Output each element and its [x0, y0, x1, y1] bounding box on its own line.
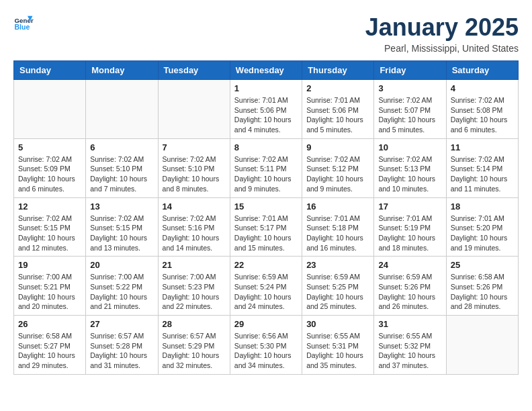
day-cell-1-2: 7Sunrise: 7:02 AMSunset: 5:10 PMDaylight… [158, 138, 230, 197]
calendar-subtitle: Pearl, Mississippi, United States [365, 43, 519, 54]
day-cell-4-2: 28Sunrise: 6:57 AMSunset: 5:29 PMDayligh… [158, 316, 230, 375]
week-row-3: 12Sunrise: 7:02 AMSunset: 5:15 PMDayligh… [14, 197, 519, 257]
day-number: 2 [306, 83, 369, 93]
day-info: Sunrise: 7:00 AMSunset: 5:22 PMDaylight:… [90, 272, 153, 312]
day-info: Sunrise: 6:57 AMSunset: 5:29 PMDaylight:… [163, 331, 226, 371]
day-cell-0-3: 1Sunrise: 7:01 AMSunset: 5:06 PMDaylight… [230, 80, 302, 139]
day-number: 15 [234, 201, 298, 212]
day-number: 23 [306, 260, 369, 270]
day-cell-4-6 [446, 316, 518, 375]
day-number: 10 [378, 142, 441, 152]
day-info: Sunrise: 7:02 AMSunset: 5:08 PMDaylight:… [451, 95, 514, 135]
day-number: 29 [234, 319, 298, 329]
day-number: 1 [234, 83, 298, 93]
day-info: Sunrise: 6:58 AMSunset: 5:26 PMDaylight:… [451, 272, 514, 312]
day-info: Sunrise: 7:02 AMSunset: 5:07 PMDaylight:… [378, 95, 441, 135]
day-cell-0-5: 3Sunrise: 7:02 AMSunset: 5:07 PMDaylight… [374, 80, 446, 139]
day-info: Sunrise: 7:02 AMSunset: 5:15 PMDaylight:… [18, 214, 81, 253]
header: General Blue January 2025 Pearl, Mississ… [13, 13, 519, 54]
day-number: 26 [18, 319, 81, 329]
day-cell-2-5: 17Sunrise: 7:01 AMSunset: 5:19 PMDayligh… [374, 197, 446, 257]
day-info: Sunrise: 6:55 AMSunset: 5:32 PMDaylight:… [378, 331, 441, 371]
day-number: 4 [451, 83, 514, 93]
day-cell-4-1: 27Sunrise: 6:57 AMSunset: 5:28 PMDayligh… [86, 316, 158, 375]
day-number: 5 [18, 142, 81, 152]
day-cell-3-6: 25Sunrise: 6:58 AMSunset: 5:26 PMDayligh… [446, 257, 518, 316]
day-number: 28 [163, 319, 226, 329]
day-cell-0-4: 2Sunrise: 7:01 AMSunset: 5:06 PMDaylight… [302, 80, 374, 139]
day-number: 16 [306, 201, 369, 212]
day-number: 6 [90, 142, 153, 152]
day-cell-1-3: 8Sunrise: 7:02 AMSunset: 5:11 PMDaylight… [230, 138, 302, 197]
day-number: 22 [234, 260, 298, 270]
day-info: Sunrise: 7:02 AMSunset: 5:15 PMDaylight:… [90, 214, 153, 253]
day-cell-3-4: 23Sunrise: 6:59 AMSunset: 5:25 PMDayligh… [302, 257, 374, 316]
calendar-title: January 2025 [365, 13, 519, 42]
day-info: Sunrise: 7:02 AMSunset: 5:12 PMDaylight:… [306, 154, 369, 194]
title-section: January 2025 Pearl, Mississippi, United … [365, 13, 519, 54]
header-sunday: Sunday [14, 61, 86, 80]
header-saturday: Saturday [446, 61, 518, 80]
day-cell-2-6: 18Sunrise: 7:01 AMSunset: 5:20 PMDayligh… [446, 197, 518, 257]
day-info: Sunrise: 7:01 AMSunset: 5:18 PMDaylight:… [306, 214, 369, 253]
day-cell-1-1: 6Sunrise: 7:02 AMSunset: 5:10 PMDaylight… [86, 138, 158, 197]
day-number: 27 [90, 319, 153, 329]
day-number: 14 [163, 201, 226, 212]
day-number: 8 [234, 142, 298, 152]
logo-icon: General Blue [13, 13, 34, 34]
day-cell-3-0: 19Sunrise: 7:00 AMSunset: 5:21 PMDayligh… [14, 257, 86, 316]
day-info: Sunrise: 6:56 AMSunset: 5:30 PMDaylight:… [234, 331, 298, 371]
weekday-header-row: Sunday Monday Tuesday Wednesday Thursday… [14, 61, 519, 80]
week-row-2: 5Sunrise: 7:02 AMSunset: 5:09 PMDaylight… [14, 138, 519, 197]
day-cell-2-3: 15Sunrise: 7:01 AMSunset: 5:17 PMDayligh… [230, 197, 302, 257]
day-cell-0-2 [158, 80, 230, 139]
logo: General Blue [13, 13, 34, 34]
day-cell-2-0: 12Sunrise: 7:02 AMSunset: 5:15 PMDayligh… [14, 197, 86, 257]
week-row-5: 26Sunrise: 6:58 AMSunset: 5:27 PMDayligh… [14, 316, 519, 375]
header-wednesday: Wednesday [230, 61, 302, 80]
day-info: Sunrise: 7:01 AMSunset: 5:06 PMDaylight:… [306, 95, 369, 135]
day-number: 12 [18, 201, 81, 212]
day-info: Sunrise: 7:02 AMSunset: 5:09 PMDaylight:… [18, 154, 81, 194]
day-cell-3-1: 20Sunrise: 7:00 AMSunset: 5:22 PMDayligh… [86, 257, 158, 316]
day-info: Sunrise: 6:59 AMSunset: 5:25 PMDaylight:… [306, 272, 369, 312]
day-cell-4-4: 30Sunrise: 6:55 AMSunset: 5:31 PMDayligh… [302, 316, 374, 375]
day-cell-4-0: 26Sunrise: 6:58 AMSunset: 5:27 PMDayligh… [14, 316, 86, 375]
day-info: Sunrise: 7:01 AMSunset: 5:20 PMDaylight:… [451, 214, 514, 253]
day-cell-2-2: 14Sunrise: 7:02 AMSunset: 5:16 PMDayligh… [158, 197, 230, 257]
day-info: Sunrise: 7:02 AMSunset: 5:11 PMDaylight:… [234, 154, 298, 194]
day-cell-1-4: 9Sunrise: 7:02 AMSunset: 5:12 PMDaylight… [302, 138, 374, 197]
day-info: Sunrise: 7:02 AMSunset: 5:13 PMDaylight:… [378, 154, 441, 194]
day-number: 18 [451, 201, 514, 212]
day-info: Sunrise: 6:55 AMSunset: 5:31 PMDaylight:… [306, 331, 369, 371]
day-number: 7 [163, 142, 226, 152]
day-info: Sunrise: 7:01 AMSunset: 5:06 PMDaylight:… [234, 95, 298, 135]
day-info: Sunrise: 7:02 AMSunset: 5:10 PMDaylight:… [90, 154, 153, 194]
day-number: 21 [163, 260, 226, 270]
day-number: 11 [451, 142, 514, 152]
header-monday: Monday [86, 61, 158, 80]
day-cell-1-6: 11Sunrise: 7:02 AMSunset: 5:14 PMDayligh… [446, 138, 518, 197]
day-cell-2-4: 16Sunrise: 7:01 AMSunset: 5:18 PMDayligh… [302, 197, 374, 257]
day-cell-0-6: 4Sunrise: 7:02 AMSunset: 5:08 PMDaylight… [446, 80, 518, 139]
day-info: Sunrise: 7:00 AMSunset: 5:23 PMDaylight:… [163, 272, 226, 312]
day-cell-3-2: 21Sunrise: 7:00 AMSunset: 5:23 PMDayligh… [158, 257, 230, 316]
calendar-table: Sunday Monday Tuesday Wednesday Thursday… [13, 60, 519, 375]
day-info: Sunrise: 7:00 AMSunset: 5:21 PMDaylight:… [18, 272, 81, 312]
day-number: 30 [306, 319, 369, 329]
day-number: 20 [90, 260, 153, 270]
day-cell-4-5: 31Sunrise: 6:55 AMSunset: 5:32 PMDayligh… [374, 316, 446, 375]
header-friday: Friday [374, 61, 446, 80]
day-info: Sunrise: 7:02 AMSunset: 5:16 PMDaylight:… [163, 214, 226, 253]
day-info: Sunrise: 6:57 AMSunset: 5:28 PMDaylight:… [90, 331, 153, 371]
week-row-1: 1Sunrise: 7:01 AMSunset: 5:06 PMDaylight… [14, 80, 519, 139]
day-info: Sunrise: 6:58 AMSunset: 5:27 PMDaylight:… [18, 331, 81, 371]
day-number: 13 [90, 201, 153, 212]
day-cell-4-3: 29Sunrise: 6:56 AMSunset: 5:30 PMDayligh… [230, 316, 302, 375]
day-number: 17 [378, 201, 441, 212]
day-info: Sunrise: 7:01 AMSunset: 5:17 PMDaylight:… [234, 214, 298, 253]
day-cell-0-0 [14, 80, 86, 139]
day-cell-1-0: 5Sunrise: 7:02 AMSunset: 5:09 PMDaylight… [14, 138, 86, 197]
day-number: 19 [18, 260, 81, 270]
svg-text:Blue: Blue [15, 23, 30, 31]
